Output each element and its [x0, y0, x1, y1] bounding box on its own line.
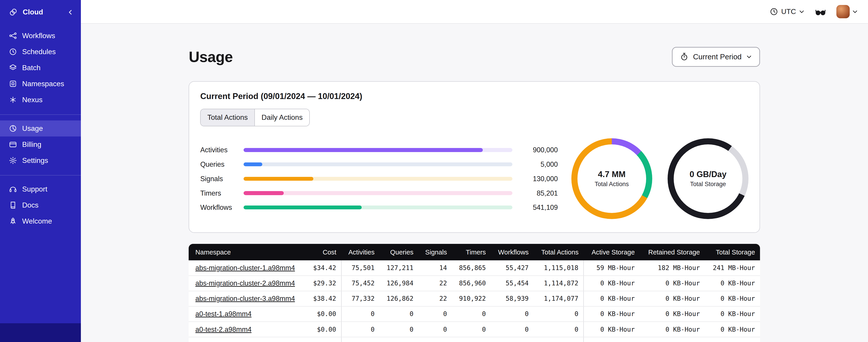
sidebar-item-settings[interactable]: Settings	[0, 152, 81, 169]
avatar[interactable]	[836, 5, 850, 18]
usage-bars: Activities900,000Queries5,000Signals130,…	[200, 143, 558, 214]
sidebar-item-welcome[interactable]: Welcome	[0, 213, 81, 229]
value-cell: 0	[379, 337, 418, 342]
value-cell: 0	[452, 337, 491, 342]
sidebar-item-namespaces[interactable]: Namespaces	[0, 76, 81, 92]
usage-bar-row: Timers85,201	[200, 186, 558, 200]
nav-group: WorkflowsSchedulesBatchNamespacesNexus	[0, 24, 81, 111]
chevron-down-icon	[852, 8, 858, 15]
sidebar-item-support[interactable]: Support	[0, 181, 81, 197]
bar-fill	[244, 206, 362, 209]
glasses-icon[interactable]	[815, 6, 826, 18]
column-header: Queries	[379, 244, 418, 261]
sidebar-item-workflows[interactable]: Workflows	[0, 28, 81, 43]
value-cell: 0	[341, 322, 379, 337]
nexus-icon	[9, 96, 17, 104]
column-header: Total Actions	[534, 244, 584, 261]
column-header: Timers	[452, 244, 491, 261]
value-cell: 0 KB-Hour	[584, 306, 640, 322]
value-cell: 0 KB-Hour	[584, 322, 640, 337]
table-row: a0-test-2.a98mm4$0.000000000 KB-Hour0 KB…	[189, 322, 760, 337]
value-cell: 0 KB-Hour	[584, 337, 640, 342]
value-cell: 75,452	[341, 276, 379, 291]
bar-value: 900,000	[513, 146, 558, 154]
namespace-link[interactable]: bk-worker-test.a98mm4	[195, 341, 268, 342]
sidebar-item-batch[interactable]: Batch	[0, 60, 81, 76]
sidebar-item-label: Schedules	[22, 47, 56, 56]
billing-icon	[9, 140, 17, 149]
settings-icon	[9, 156, 17, 165]
value-cell: 0 KB-Hour	[640, 276, 705, 291]
namespace-link[interactable]: abs-migration-cluster-3.a98mm4	[195, 295, 295, 302]
donut-center: 0 GB/DayTotal Storage	[668, 138, 748, 219]
usage-bar-row: Queries5,000	[200, 157, 558, 172]
value-cell: $0.00	[306, 322, 341, 337]
value-cell: 0 KB-Hour	[640, 306, 705, 322]
bar-track	[244, 148, 513, 152]
column-header: Namespace	[189, 244, 306, 261]
bar-fill	[244, 163, 262, 166]
chevron-down-icon	[746, 54, 752, 60]
value-cell: 0	[418, 337, 452, 342]
value-cell: 22	[418, 291, 452, 306]
donut-value: 4.7 MM	[598, 170, 626, 179]
value-cell: 0	[341, 306, 379, 322]
sidebar-item-label: Batch	[22, 64, 40, 72]
usage-donuts: 4.7 MMTotal Actions0 GB/DayTotal Storage	[571, 138, 748, 219]
sidebar-item-nexus[interactable]: Nexus	[0, 92, 81, 108]
sidebar-item-docs[interactable]: Docs	[0, 197, 81, 213]
value-cell: 0	[491, 322, 534, 337]
sidebar-item-label: Welcome	[22, 217, 52, 226]
bar-track	[244, 163, 513, 166]
usage-card-title: Current Period (09/01/2024 — 10/01/2024)	[200, 92, 748, 101]
page-title: Usage	[189, 48, 233, 65]
bar-fill	[244, 191, 284, 195]
bar-value: 541,109	[513, 204, 558, 211]
namespace-link[interactable]: a0-test-1.a98mm4	[195, 310, 251, 318]
sidebar-item-label: Nexus	[22, 96, 42, 104]
sidebar-item-billing[interactable]: Billing	[0, 136, 81, 152]
value-cell: 0	[452, 322, 491, 337]
tab-total-actions[interactable]: Total Actions	[200, 109, 255, 126]
user-menu[interactable]	[836, 5, 858, 18]
sidebar-item-label: Settings	[22, 156, 48, 165]
value-cell: 0 KB-Hour	[640, 291, 705, 306]
bar-value: 85,201	[513, 189, 558, 197]
value-cell: 0	[491, 306, 534, 322]
namespace-link[interactable]: abs-migration-cluster-2.a98mm4	[195, 279, 295, 287]
bar-label: Workflows	[200, 204, 243, 211]
namespace-link[interactable]: a0-test-2.a98mm4	[195, 326, 251, 333]
value-cell: 182 MB-Hour	[640, 260, 705, 275]
sidebar-item-usage[interactable]: Usage	[0, 121, 81, 136]
bar-track	[244, 191, 513, 195]
page-head: Usage Current Period	[189, 46, 760, 68]
value-cell: 910,922	[452, 291, 491, 306]
value-cell: 55,454	[491, 276, 534, 291]
value-cell: 58,939	[491, 291, 534, 306]
brand: Cloud	[0, 0, 81, 24]
value-cell: 0 KB-Hour	[584, 291, 640, 306]
sidebar-item-label: Billing	[22, 140, 41, 149]
value-cell: 0	[341, 337, 379, 342]
namespace-link[interactable]: abs-migration-cluster-1.a98mm4	[195, 264, 295, 272]
content: Usage Current Period Current Period (09/…	[81, 24, 868, 342]
value-cell: 59 MB-Hour	[584, 260, 640, 275]
value-cell: 0 KB-Hour	[705, 306, 760, 322]
column-header: Retained Storage	[640, 244, 705, 261]
bar-track	[244, 206, 513, 209]
value-cell: 0 KB-Hour	[584, 276, 640, 291]
column-header: Workflows	[491, 244, 534, 261]
workflows-icon	[9, 32, 17, 40]
timezone-selector[interactable]: UTC	[770, 7, 805, 16]
namespace-cell: a0-test-2.a98mm4	[189, 322, 306, 337]
table-row: abs-migration-cluster-3.a98mm4$38.4277,3…	[189, 291, 760, 306]
column-header: Activities	[341, 244, 379, 261]
value-cell: 55,427	[491, 260, 534, 275]
value-cell: 77,332	[341, 291, 379, 306]
tab-daily-actions[interactable]: Daily Actions	[255, 109, 309, 126]
bar-fill	[244, 148, 483, 152]
period-selector-button[interactable]: Current Period	[672, 47, 760, 67]
collapse-sidebar-icon[interactable]	[65, 7, 75, 17]
sidebar-item-schedules[interactable]: Schedules	[0, 44, 81, 60]
bar-label: Activities	[200, 146, 243, 154]
